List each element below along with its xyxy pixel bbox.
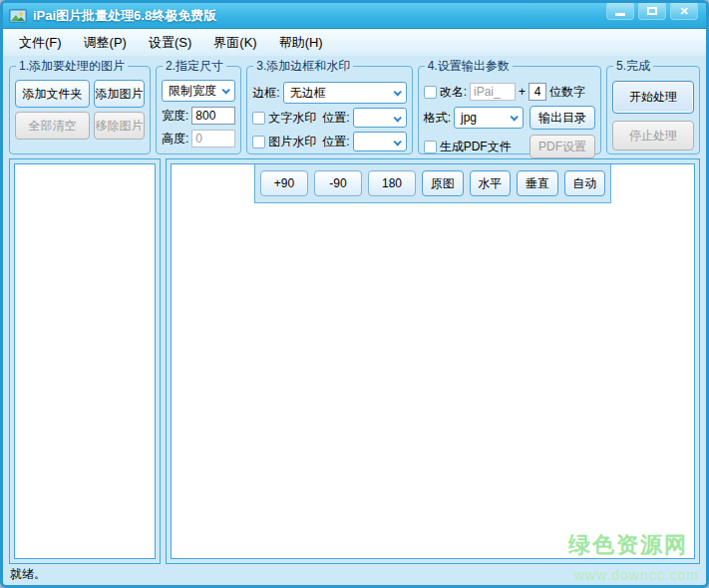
preview-area: +90 -90 180 原图 水平 垂直 自动 绿色资源网 <box>171 163 695 559</box>
border-select[interactable]: 无边框 <box>283 82 407 104</box>
rotate-minus90-button[interactable]: -90 <box>314 170 362 196</box>
original-button[interactable]: 原图 <box>422 170 464 196</box>
chevron-down-icon <box>393 138 401 146</box>
text-watermark-pos-label: 位置: <box>322 110 349 127</box>
maximize-button[interactable] <box>638 3 666 20</box>
minimize-icon <box>615 13 625 16</box>
start-processing-button[interactable]: 开始处理 <box>612 81 694 114</box>
image-watermark-label: 图片水印 <box>268 134 316 150</box>
watermark-site-name: 绿色资源网 <box>568 530 688 560</box>
maximize-icon <box>647 7 657 15</box>
chevron-down-icon <box>393 88 401 96</box>
size-mode-value: 限制宽度 <box>169 83 216 100</box>
group-finish: 5.完成 开始处理 停止处理 <box>606 58 700 154</box>
menu-item-adjust[interactable]: 调整(P) <box>76 30 141 56</box>
group-border-watermark-title: 3.添加边框和水印 <box>253 58 353 75</box>
rename-prefix-input[interactable] <box>470 83 516 101</box>
chevron-down-icon <box>510 113 518 121</box>
toolbox-row: 1.添加要处理的图片 添加文件夹 添加图片 全部清空 移除图片 2.指定尺寸 限… <box>3 56 706 158</box>
menu-item-settings[interactable]: 设置(S) <box>141 30 205 56</box>
chevron-down-icon <box>393 114 401 122</box>
width-input[interactable] <box>191 107 235 125</box>
auto-button[interactable]: 自动 <box>564 170 606 196</box>
group-border-watermark: 3.添加边框和水印 边框: 无边框 文字水印 位置: <box>246 58 412 154</box>
flip-vertical-button[interactable]: 垂直 <box>517 170 558 196</box>
digits-input[interactable] <box>529 83 546 101</box>
add-image-button[interactable]: 添加图片 <box>94 80 145 108</box>
stop-processing-button[interactable]: 停止处理 <box>612 121 694 150</box>
text-watermark-label: 文字水印 <box>268 110 316 127</box>
group-add-images-title: 1.添加要处理的图片 <box>16 58 128 75</box>
close-button[interactable]: ✕ <box>670 3 698 20</box>
text-watermark-checkbox[interactable] <box>252 112 265 125</box>
app-icon <box>9 9 27 23</box>
format-label: 格式: <box>424 110 451 127</box>
text-watermark-pos-select[interactable] <box>353 108 407 128</box>
pdf-checkbox[interactable] <box>424 141 437 153</box>
group-output-params-title: 4.设置输出参数 <box>425 58 513 75</box>
digits-label: 位数字 <box>549 84 585 101</box>
image-watermark-checkbox[interactable] <box>252 136 265 148</box>
pdf-check-label: 生成PDF文件 <box>440 139 512 155</box>
menubar: 文件(F) 调整(P) 设置(S) 界面(K) 帮助(H) <box>3 29 706 56</box>
app-window: iPai图片批量处理6.8终极免费版 ✕ 文件(F) 调整(P) 设置(S) 界… <box>0 0 709 588</box>
statusbar: 就绪。 www.downcc.com <box>3 564 706 585</box>
image-watermark-pos-select[interactable] <box>353 132 407 151</box>
border-value: 无边框 <box>290 85 326 102</box>
menu-item-file[interactable]: 文件(F) <box>11 30 76 56</box>
rotate-plus90-button[interactable]: +90 <box>260 170 308 196</box>
plus-sign: + <box>519 85 526 99</box>
flip-horizontal-button[interactable]: 水平 <box>470 170 512 196</box>
width-label: 宽度: <box>162 108 188 125</box>
group-size: 2.指定尺寸 限制宽度 宽度: 高度: <box>156 58 241 154</box>
rename-checkbox[interactable] <box>424 86 437 99</box>
minimize-button[interactable] <box>606 3 634 20</box>
preview-panel: +90 -90 180 原图 水平 垂直 自动 绿色资源网 <box>166 158 700 564</box>
rotate-180-button[interactable]: 180 <box>368 170 416 196</box>
clear-all-button[interactable]: 全部清空 <box>15 112 90 140</box>
titlebar: iPai图片批量处理6.8终极免费版 ✕ <box>3 3 706 29</box>
image-watermark-pos-label: 位置: <box>322 134 349 150</box>
image-list-panel <box>9 158 161 564</box>
format-value: jpg <box>461 111 477 125</box>
chevron-down-icon <box>222 86 230 94</box>
pdf-settings-button[interactable]: PDF设置 <box>530 135 595 158</box>
height-label: 高度: <box>162 131 188 147</box>
group-size-title: 2.指定尺寸 <box>163 58 226 75</box>
border-label: 边框: <box>252 85 279 102</box>
menu-item-interface[interactable]: 界面(K) <box>205 30 270 56</box>
close-icon: ✕ <box>679 6 688 17</box>
height-input[interactable] <box>191 130 235 147</box>
watermark-site-url: www.downcc.com <box>574 567 699 583</box>
window-title: iPai图片批量处理6.8终极免费版 <box>33 7 216 25</box>
status-text: 就绪。 <box>10 566 46 583</box>
menu-item-help[interactable]: 帮助(H) <box>271 30 337 56</box>
group-add-images: 1.添加要处理的图片 添加文件夹 添加图片 全部清空 移除图片 <box>9 58 151 154</box>
window-controls: ✕ <box>606 3 698 20</box>
rename-label: 改名: <box>440 84 467 101</box>
add-folder-button[interactable]: 添加文件夹 <box>15 80 90 108</box>
format-select[interactable]: jpg <box>454 107 524 129</box>
image-list[interactable] <box>14 163 156 559</box>
size-mode-select[interactable]: 限制宽度 <box>162 80 235 102</box>
group-output-params: 4.设置输出参数 改名: + 位数字 格式: jpg 输出目录 生 <box>418 58 601 154</box>
remove-image-button[interactable]: 移除图片 <box>94 112 145 140</box>
group-finish-title: 5.完成 <box>613 58 653 75</box>
output-dir-button[interactable]: 输出目录 <box>530 106 595 130</box>
workspace: +90 -90 180 原图 水平 垂直 自动 绿色资源网 <box>3 158 706 564</box>
rotate-toolbar: +90 -90 180 原图 水平 垂直 自动 <box>254 164 611 203</box>
